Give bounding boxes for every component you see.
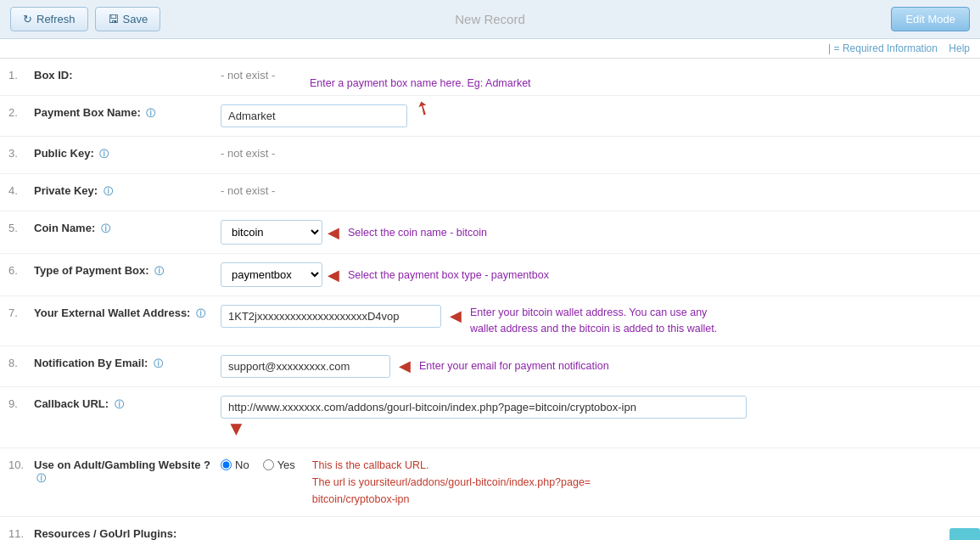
row-payment-box-type: 6. Type of Payment Box: ⓘ paymentbox inv… — [0, 254, 980, 296]
row-num-8: 8. — [0, 355, 34, 369]
row-payment-box-name: 2. Payment Box Name: ⓘ — [0, 96, 980, 137]
label-payment-box-name: Payment Box Name: ⓘ — [34, 104, 221, 120]
label-coin-name: Coin Name: ⓘ — [34, 220, 221, 235]
refresh-label: Refresh — [36, 13, 76, 25]
row-payment-box-name-wrapper: Enter a payment box name here. Eg: Admar… — [0, 96, 980, 137]
annotation-callback-url: This is the callback URL. The url is you… — [312, 457, 591, 508]
payment-box-type-select[interactable]: paymentbox invoice donations — [221, 262, 322, 287]
req-mark-8: ⓘ — [154, 358, 163, 368]
info-bar: | = Required Information Help — [0, 39, 980, 59]
content-wallet-address: ◀ Enter your bitcoin wallet address. You… — [221, 305, 980, 337]
arrow-payment-box-type: ◀ — [328, 266, 339, 284]
radio-no[interactable] — [221, 459, 232, 470]
row-resources: 11. Resources / GoUrl Plugins: — [0, 517, 980, 541]
toolbar: ↻ Refresh 🖫 Save New Record Edit Mode — [0, 0, 980, 39]
label-adult-gambling: Use on Adult/Gambling Website ? ⓘ — [34, 457, 221, 485]
content-callback-url: ◀ — [221, 396, 980, 439]
arrow-coin-name: ◀ — [328, 223, 339, 242]
save-button[interactable]: 🖫 Save — [95, 7, 161, 31]
radio-yes[interactable] — [263, 459, 274, 470]
row-adult-gambling: 10. Use on Adult/Gambling Website ? ⓘ No… — [0, 448, 980, 517]
row-num-5: 5. — [0, 220, 34, 234]
req-mark-10: ⓘ — [36, 473, 46, 483]
required-info-text: | = Required Information — [828, 42, 938, 54]
wallet-address-input[interactable] — [221, 305, 441, 328]
row-num-4: 4. — [0, 183, 34, 197]
toolbar-left: ↻ Refresh 🖫 Save — [10, 7, 160, 31]
page-title: New Record — [455, 12, 525, 26]
label-wallet-address: Your External Wallet Address: ⓘ — [34, 305, 221, 320]
annotation-payment-box: Enter a payment box name here. Eg: Admar… — [310, 77, 531, 89]
label-email: Notification By Email: ⓘ — [34, 355, 221, 370]
payment-box-name-input[interactable] — [221, 104, 407, 127]
label-private-key: Private Key: ⓘ — [34, 183, 221, 198]
callback-annotation-wrapper: ◀ — [221, 422, 241, 439]
content-payment-box-type: paymentbox invoice donations ◀ Select th… — [221, 262, 980, 287]
refresh-button[interactable]: ↻ Refresh — [10, 7, 88, 31]
refresh-icon: ↻ — [23, 13, 32, 25]
row-num-7: 7. — [0, 305, 34, 319]
edit-mode-label: Edit Mode — [905, 13, 955, 25]
content-public-key: - not exist - — [221, 145, 980, 160]
row-num-11: 11. — [0, 526, 34, 540]
req-mark-3: ⓘ — [99, 149, 109, 159]
row-num-10: 10. — [0, 457, 34, 471]
form-container: 1. Box ID: - not exist - Enter a payment… — [0, 59, 980, 540]
arrow-callback: ◀ — [226, 424, 244, 436]
box-id-value: - not exist - — [221, 67, 275, 82]
row-public-key: 3. Public Key: ⓘ - not exist - — [0, 137, 980, 174]
callback-url-input[interactable] — [221, 396, 747, 419]
req-mark-7: ⓘ — [196, 308, 205, 318]
radio-no-label[interactable]: No — [221, 458, 249, 471]
req-mark-2: ⓘ — [146, 108, 155, 118]
save-label: Save — [123, 13, 148, 25]
label-box-id: Box ID: — [34, 67, 221, 82]
coin-name-select[interactable]: bitcoin litecoin ethereum — [221, 220, 322, 245]
label-resources: Resources / GoUrl Plugins: — [34, 526, 221, 540]
content-payment-box-name — [221, 104, 980, 127]
req-mark-9: ⓘ — [115, 399, 124, 409]
content-adult-gambling: No Yes This is the callback URL. The url… — [221, 457, 980, 508]
arrow-email: ◀ — [399, 357, 411, 375]
save-icon: 🖫 — [108, 13, 119, 25]
annotation-email: Enter your email for payment notificatio… — [419, 360, 609, 372]
annotation-coin-name: Select the coin name - bitcoin — [348, 227, 487, 239]
radio-group-adult: No Yes — [221, 457, 295, 471]
row-num-2: 2. — [0, 104, 34, 119]
edit-mode-button[interactable]: Edit Mode — [891, 7, 970, 31]
row-coin-name: 5. Coin Name: ⓘ bitcoin litecoin ethereu… — [0, 211, 980, 254]
public-key-value: - not exist - — [221, 145, 275, 160]
annotation-payment-box-type: Select the payment box type - paymentbox — [348, 269, 549, 281]
private-key-value: - not exist - — [221, 183, 275, 197]
row-num-3: 3. — [0, 145, 34, 160]
content-coin-name: bitcoin litecoin ethereum ◀ Select the c… — [221, 220, 980, 245]
help-link[interactable]: Help — [949, 42, 970, 54]
label-payment-box-type: Type of Payment Box: ⓘ — [34, 262, 221, 278]
label-callback-url: Callback URL: ⓘ — [34, 396, 221, 411]
row-private-key: 4. Private Key: ⓘ - not exist - — [0, 174, 980, 211]
content-private-key: - not exist - — [221, 183, 980, 197]
row-email: 8. Notification By Email: ⓘ ◀ Enter your… — [0, 346, 980, 387]
email-input[interactable] — [221, 355, 390, 378]
resources-action-button[interactable] — [949, 528, 980, 541]
row-num-6: 6. — [0, 262, 34, 277]
req-mark-5: ⓘ — [101, 223, 110, 233]
arrow-wallet-address: ◀ — [450, 307, 462, 325]
row-callback-url: 9. Callback URL: ⓘ ◀ — [0, 387, 980, 448]
annotation-wallet-address: Enter your bitcoin wallet address. You c… — [470, 305, 725, 337]
label-public-key: Public Key: ⓘ — [34, 145, 221, 160]
content-email: ◀ Enter your email for payment notificat… — [221, 355, 980, 378]
row-wallet-address: 7. Your External Wallet Address: ⓘ ◀ Ent… — [0, 296, 980, 346]
req-mark-6: ⓘ — [154, 266, 164, 276]
row-num-9: 9. — [0, 396, 34, 410]
row-num-1: 1. — [0, 67, 34, 82]
radio-yes-label[interactable]: Yes — [263, 458, 295, 471]
req-mark-4: ⓘ — [104, 186, 113, 196]
